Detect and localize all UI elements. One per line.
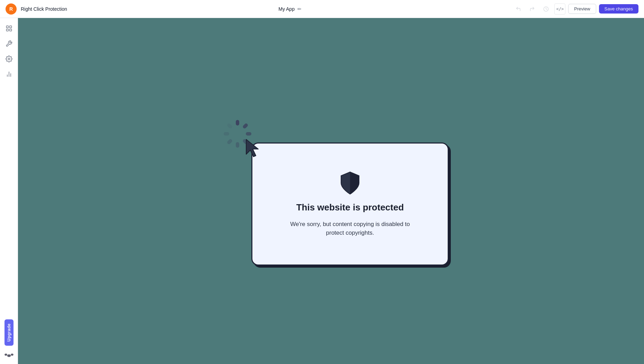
edit-icon[interactable]: ✏	[297, 6, 302, 12]
history-button[interactable]	[540, 3, 552, 15]
undo-button[interactable]	[513, 3, 524, 15]
svg-point-11	[11, 354, 14, 356]
svg-rect-14	[246, 132, 251, 136]
protection-card: This website is protected We're sorry, b…	[251, 142, 449, 266]
tools-icon	[6, 40, 12, 47]
header-actions: </> Preview Save changes	[513, 3, 638, 15]
shield-icon	[340, 171, 360, 195]
svg-point-10	[7, 354, 11, 357]
svg-rect-2	[9, 26, 11, 28]
analytics-icon	[6, 71, 12, 78]
svg-rect-19	[226, 123, 233, 129]
svg-rect-3	[6, 29, 8, 31]
dashboard-icon	[6, 25, 12, 32]
svg-rect-13	[242, 123, 248, 129]
code-icon: </>	[556, 7, 564, 11]
redo-icon	[529, 6, 535, 12]
redo-button[interactable]	[527, 3, 538, 15]
sidebar-item-dashboard[interactable]	[3, 22, 15, 35]
app-logo: R	[6, 3, 17, 15]
svg-rect-4	[9, 29, 11, 31]
sidebar-item-analytics[interactable]	[3, 68, 15, 80]
code-button[interactable]: </>	[554, 3, 565, 15]
history-icon	[543, 6, 549, 12]
header: R Right Click Protection My App ✏ </>	[0, 0, 644, 18]
svg-point-5	[8, 58, 10, 60]
svg-point-9	[5, 354, 7, 356]
svg-rect-17	[226, 138, 233, 145]
upgrade-button[interactable]: Upgrade	[5, 319, 14, 346]
card-description: We're sorry, but content copying is disa…	[284, 220, 416, 237]
card-title: This website is protected	[296, 202, 404, 213]
paw-icon	[4, 351, 14, 358]
svg-rect-16	[236, 142, 239, 148]
app-name-label: My App	[278, 6, 295, 12]
undo-icon	[516, 6, 521, 12]
page-title: Right Click Protection	[21, 6, 67, 12]
svg-rect-12	[236, 120, 239, 125]
shield-icon-wrap	[338, 171, 362, 195]
footer-logo	[4, 351, 14, 360]
canvas-area: This website is protected We're sorry, b…	[18, 18, 644, 364]
save-button[interactable]: Save changes	[599, 4, 638, 14]
sidebar-item-tools[interactable]	[3, 37, 15, 50]
preview-button[interactable]: Preview	[568, 4, 596, 14]
sidebar: Upgrade	[0, 18, 18, 364]
main-layout: Upgrade	[0, 18, 644, 364]
header-center: My App ✏	[71, 6, 509, 12]
sidebar-item-settings[interactable]	[3, 53, 15, 65]
svg-rect-18	[224, 132, 229, 136]
svg-rect-1	[6, 26, 8, 28]
cursor-arrow	[244, 138, 263, 160]
gear-icon	[6, 55, 12, 62]
cursor-spinner	[220, 116, 265, 162]
scene-container: This website is protected We're sorry, b…	[213, 116, 449, 266]
